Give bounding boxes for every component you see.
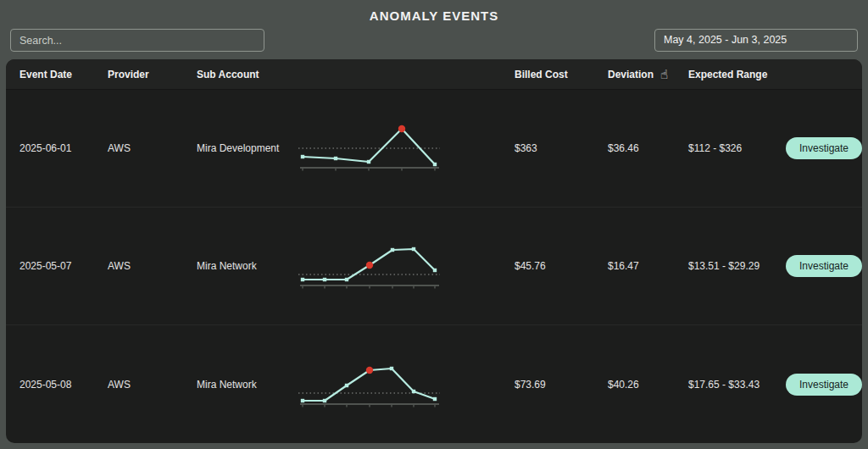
table-row: 2025-05-08 AWS Mira Network $73.69 $40.2… xyxy=(6,325,862,443)
cell-expected-range: $17.65 - $33.43 xyxy=(688,379,786,391)
cell-deviation: $36.46 xyxy=(608,142,688,154)
cell-provider: AWS xyxy=(108,260,197,272)
column-header-deviation-label: Deviation xyxy=(608,69,654,80)
cell-provider: AWS xyxy=(108,142,197,154)
column-header-event-date[interactable]: Event Date xyxy=(19,69,108,80)
investigate-button[interactable]: Investigate xyxy=(786,255,862,277)
investigate-button[interactable]: Investigate xyxy=(786,137,862,159)
cell-event-date: 2025-05-07 xyxy=(19,260,108,272)
toolbar-controls: May 4, 2025 - Jun 3, 2025 xyxy=(10,29,858,52)
cell-provider: AWS xyxy=(108,379,197,391)
page-title: ANOMALY EVENTS xyxy=(10,8,858,23)
column-header-billed-cost[interactable]: Billed Cost xyxy=(515,69,608,80)
cell-sub-account: Mira Network xyxy=(197,379,298,391)
sparkline-chart xyxy=(298,241,441,291)
table-body: 2025-06-01 AWS Mira Development $363 $36… xyxy=(6,90,862,443)
cell-expected-range: $13.51 - $29.29 xyxy=(688,260,786,272)
cell-event-date: 2025-06-01 xyxy=(19,142,108,154)
cell-sub-account: Mira Development xyxy=(197,142,298,154)
topbar: ANOMALY EVENTS May 4, 2025 - Jun 3, 2025 xyxy=(0,0,868,52)
investigate-button[interactable]: Investigate xyxy=(786,374,862,396)
cell-billed-cost: $363 xyxy=(515,142,608,154)
cell-expected-range: $112 - $326 xyxy=(688,142,786,154)
cell-billed-cost: $45.76 xyxy=(515,260,608,272)
mouse-cursor-hand-icon: ☝ xyxy=(660,67,668,82)
table-row: 2025-05-07 AWS Mira Network $45.76 $16.4… xyxy=(6,208,862,325)
cell-event-date: 2025-05-08 xyxy=(19,379,108,391)
anomaly-events-panel: Event Date Provider Sub Account Billed C… xyxy=(6,59,862,443)
sparkline-chart xyxy=(298,124,441,173)
sparkline-chart xyxy=(298,360,441,409)
cell-sub-account: Mira Network xyxy=(197,260,298,272)
column-header-sub-account[interactable]: Sub Account xyxy=(197,69,298,80)
date-range-picker[interactable]: May 4, 2025 - Jun 3, 2025 xyxy=(654,29,858,52)
table-header-row: Event Date Provider Sub Account Billed C… xyxy=(6,59,862,90)
search-input[interactable] xyxy=(10,29,264,52)
column-header-expected-range[interactable]: Expected Range xyxy=(688,69,786,80)
cell-deviation: $40.26 xyxy=(608,379,688,391)
cell-deviation: $16.47 xyxy=(608,260,688,272)
cell-billed-cost: $73.69 xyxy=(515,379,608,391)
table-row: 2025-06-01 AWS Mira Development $363 $36… xyxy=(6,90,862,208)
column-header-deviation[interactable]: Deviation ☝ xyxy=(608,69,688,80)
column-header-provider[interactable]: Provider xyxy=(108,69,197,80)
